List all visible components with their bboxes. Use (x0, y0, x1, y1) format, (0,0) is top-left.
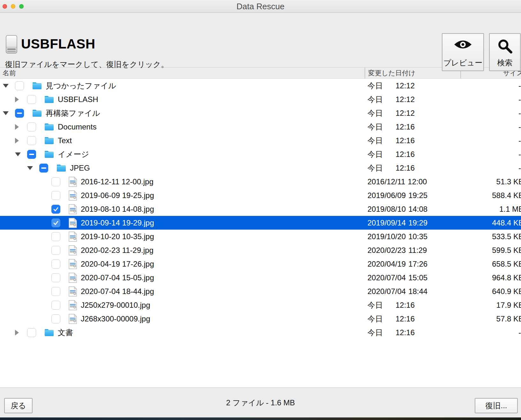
tree-row-file[interactable]: 2020-07-04 15-05.jpg2020/07/0415:05964.8… (0, 271, 521, 284)
jpeg-file-icon (69, 232, 77, 242)
jpeg-file-icon (69, 273, 77, 283)
recover-button[interactable]: 復旧... (475, 398, 518, 413)
instruction-text: 復旧ファイルをマークして、復旧をクリック。 (5, 59, 169, 70)
jpeg-file-icon (69, 286, 77, 297)
row-checkbox[interactable] (15, 109, 24, 118)
row-checkbox[interactable] (27, 150, 36, 159)
tree-row-folder[interactable]: Text今日12:16-- (0, 134, 521, 147)
row-date: 2019/06/0919:25 (365, 191, 460, 200)
column-header-name[interactable]: 名前 (0, 69, 365, 77)
row-size: 533.5 KB (460, 232, 521, 241)
row-label: 2020-02-23 11-29.jpg (81, 246, 154, 255)
row-date: 今日12:16 (365, 300, 460, 310)
row-size: 1.1 MB (460, 205, 521, 214)
row-size: -- (460, 328, 521, 337)
row-label: 文書 (58, 328, 73, 338)
row-checkbox[interactable] (51, 314, 60, 323)
row-size: -- (460, 81, 521, 90)
row-date: 今日12:16 (365, 122, 460, 132)
jpeg-file-icon (69, 204, 77, 214)
row-label: JPEG (70, 164, 90, 173)
row-size: 51.3 KB (460, 177, 521, 186)
tree-row-folder[interactable]: Documents今日12:16-- (0, 120, 521, 134)
row-checkbox[interactable] (51, 218, 60, 227)
disclosure-triangle-icon[interactable] (15, 330, 27, 335)
tree-row-file[interactable]: J250x279-00010.jpg今日12:1617.9 KB (0, 298, 521, 312)
tree-row-folder[interactable]: 再構築ファイル今日12:12-- (0, 106, 521, 120)
row-label: 2020-04-19 17-26.jpg (81, 260, 154, 269)
row-label: 2020-07-04 15-05.jpg (81, 273, 154, 282)
jpeg-file-icon (69, 190, 77, 201)
jpeg-file-icon (69, 218, 77, 228)
tree-row-file[interactable]: 2019-06-09 19-25.jpg2019/06/0919:25588.4… (0, 188, 521, 202)
preview-button[interactable]: プレビュー (442, 33, 484, 71)
row-date: 2020/02/2311:29 (365, 246, 460, 255)
row-date: 今日12:16 (365, 163, 460, 173)
tree-row-file[interactable]: 2019-09-14 19-29.jpg2019/09/1419:29448.4… (0, 216, 521, 230)
row-checkbox[interactable] (27, 122, 36, 131)
row-checkbox[interactable] (51, 232, 60, 241)
row-date: 今日12:12 (365, 94, 460, 105)
disclosure-triangle-icon[interactable] (15, 97, 27, 102)
row-checkbox[interactable] (27, 136, 36, 145)
tree-row-folder[interactable]: USBFLASH今日12:12-- (0, 92, 521, 106)
row-checkbox[interactable] (27, 328, 36, 337)
jpeg-file-icon (69, 177, 77, 187)
header-section: USBFLASH 復旧ファイルをマークして、復旧をクリック。 プレビュー 検索 (0, 13, 521, 67)
tree-row-file[interactable]: 2019-10-20 10-35.jpg2019/10/2010:35533.5… (0, 230, 521, 243)
row-label: J268x300-00009.jpg (81, 314, 150, 323)
tree-row-folder[interactable]: 見つかったファイル今日12:12-- (0, 79, 521, 92)
folder-icon (32, 109, 42, 117)
row-date: 今日12:16 (365, 328, 460, 338)
tree-row-file[interactable]: 2020-04-19 17-26.jpg2020/04/1917:26658.5… (0, 257, 521, 271)
volume-name: USBFLASH (21, 36, 95, 52)
footer-bar: 戻る 2 ファイル - 1.6 MB 復旧... (0, 387, 521, 417)
row-checkbox[interactable] (39, 164, 48, 173)
back-button[interactable]: 戻る (4, 398, 33, 413)
disclosure-triangle-icon[interactable] (15, 138, 27, 144)
row-checkbox[interactable] (51, 287, 60, 296)
tree-row-file[interactable]: 2020-07-04 18-44.jpg2020/07/0418:44640.9… (0, 284, 521, 298)
row-label: J250x279-00010.jpg (81, 301, 150, 310)
tree-row-folder[interactable]: JPEG今日12:16-- (0, 161, 521, 175)
row-label: 2019-09-14 19-29.jpg (81, 218, 154, 227)
folder-icon (44, 329, 54, 336)
disclosure-triangle-icon[interactable] (27, 166, 39, 170)
search-button[interactable]: 検索 (489, 33, 521, 71)
tree-row-file[interactable]: J268x300-00009.jpg今日12:1657.8 KB (0, 312, 521, 326)
row-checkbox[interactable] (15, 81, 24, 90)
row-size: -- (460, 150, 521, 159)
disclosure-triangle-icon[interactable] (15, 124, 27, 130)
row-date: 2020/04/1917:26 (365, 260, 460, 269)
row-checkbox[interactable] (27, 95, 36, 104)
row-checkbox[interactable] (51, 273, 60, 282)
tree-row-file[interactable]: 2019-08-10 14-08.jpg2019/08/1014:081.1 M… (0, 202, 521, 216)
window-title: Data Rescue (0, 0, 521, 13)
row-size: 17.9 KB (460, 301, 521, 310)
row-size: 588.4 KB (460, 191, 521, 200)
disclosure-triangle-icon[interactable] (3, 111, 15, 115)
disclosure-triangle-icon[interactable] (3, 84, 15, 88)
tree-row-folder[interactable]: 文書今日12:16-- (0, 326, 521, 339)
row-date: 今日12:12 (365, 81, 460, 91)
row-date: 今日12:16 (365, 314, 460, 324)
jpeg-file-icon (69, 259, 77, 269)
eye-icon (454, 39, 472, 51)
tree-row-file[interactable]: 2020-02-23 11-29.jpg2020/02/2311:29599.5… (0, 243, 521, 257)
file-tree: 見つかったファイル今日12:12--USBFLASH今日12:12--再構築ファ… (0, 79, 521, 387)
disclosure-triangle-icon[interactable] (15, 152, 27, 156)
row-checkbox[interactable] (51, 246, 60, 255)
row-label: USBFLASH (58, 95, 98, 104)
row-checkbox[interactable] (51, 191, 60, 200)
row-checkbox[interactable] (51, 260, 60, 269)
row-size: -- (460, 109, 521, 118)
row-size: 57.8 KB (460, 314, 521, 323)
row-date: 2020/07/0415:05 (365, 273, 460, 282)
tree-row-folder[interactable]: イメージ今日12:16-- (0, 147, 521, 161)
row-checkbox[interactable] (51, 205, 60, 214)
row-date: 2019/09/1419:29 (365, 218, 460, 227)
row-checkbox[interactable] (51, 177, 60, 186)
row-label: 2020-07-04 18-44.jpg (81, 287, 154, 296)
row-checkbox[interactable] (51, 301, 60, 310)
tree-row-file[interactable]: 2016-12-11 12-00.jpg2016/12/1112:0051.3 … (0, 175, 521, 188)
